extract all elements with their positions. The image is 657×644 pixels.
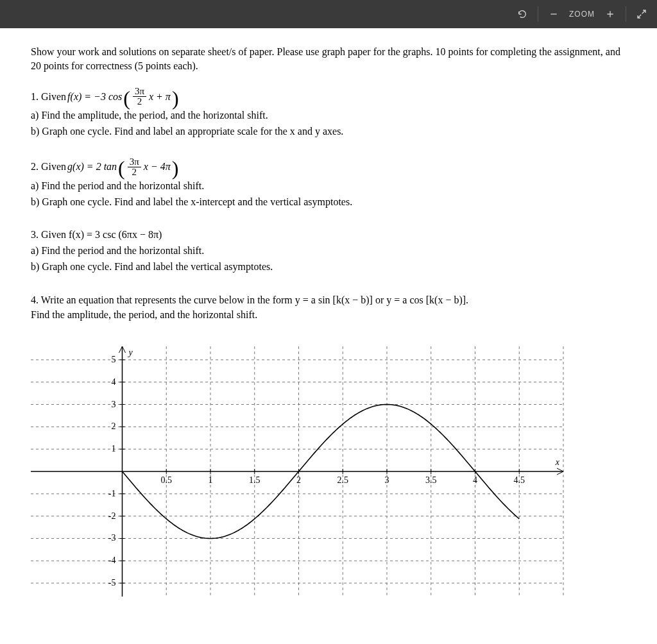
q2-fraction: 3π 2 — [128, 157, 141, 177]
svg-text:-3: -3 — [108, 533, 116, 543]
q1-fraction: 3π 2 — [133, 87, 146, 106]
q3-line: 3. Given f(x) = 3 csc (6πx − 8π) — [31, 227, 626, 242]
q3-part-b: b) Graph one cycle. Find and label the v… — [31, 259, 626, 274]
q1-lead: 1. Given — [31, 89, 66, 104]
q2-tail: x − 4π — [144, 159, 171, 174]
svg-text:4.5: 4.5 — [514, 475, 525, 485]
svg-text:y: y — [128, 348, 133, 357]
zoom-in-button[interactable] — [601, 5, 619, 23]
toolbar-separator — [538, 6, 538, 22]
svg-text:0.5: 0.5 — [161, 475, 173, 485]
svg-text:4: 4 — [473, 475, 477, 485]
question-1: 1. Given f(x) = −3 cos ( 3π 2 x + π ) a)… — [31, 87, 626, 139]
q1-function: f(x) = −3 cos — [67, 89, 122, 104]
viewer-toolbar: ZOOM — [0, 0, 657, 28]
svg-text:-1: -1 — [108, 489, 116, 498]
svg-text:-4: -4 — [108, 555, 116, 565]
assignment-intro: Show your work and solutions on separate… — [31, 45, 626, 72]
zoom-label: ZOOM — [569, 10, 595, 19]
svg-text:2: 2 — [112, 421, 116, 431]
svg-text:2.5: 2.5 — [337, 475, 349, 485]
svg-text:4: 4 — [112, 377, 116, 387]
question-2: 2. Given g(x) = 2 tan ( 3π 2 x − 4π ) a)… — [31, 157, 626, 209]
question-4: 4. Write an equation that represents the… — [31, 292, 626, 322]
rotate-icon[interactable] — [513, 5, 531, 23]
graph-container: -5-4-3-2-1123450.511.522.533.544.5yx — [31, 340, 626, 606]
svg-text:-2: -2 — [108, 511, 116, 521]
svg-text:5: 5 — [112, 355, 116, 364]
svg-text:1: 1 — [112, 444, 116, 453]
q3-part-a: a) Find the period and the horizontal sh… — [31, 243, 626, 258]
sine-curve-graph: -5-4-3-2-1123450.511.522.533.544.5yx — [31, 340, 576, 603]
q1-tail: x + π — [149, 89, 171, 104]
zoom-out-button[interactable] — [545, 5, 563, 23]
q4-line1: 4. Write an equation that represents the… — [31, 292, 626, 307]
toolbar-separator — [626, 6, 626, 22]
svg-text:1: 1 — [209, 475, 213, 485]
svg-text:-5: -5 — [108, 578, 116, 588]
q1-part-b: b) Graph one cycle. Find and label an ap… — [31, 124, 626, 139]
q2-function: g(x) = 2 tan — [67, 159, 117, 174]
svg-text:1.5: 1.5 — [249, 475, 260, 485]
svg-text:3.5: 3.5 — [425, 475, 437, 485]
q2-part-a: a) Find the period and the horizontal sh… — [31, 178, 626, 193]
q2-lead: 2. Given — [31, 159, 66, 174]
svg-text:3: 3 — [385, 475, 389, 485]
document-page: Show your work and solutions on separate… — [0, 28, 657, 631]
q4-line2: Find the amplitude, the period, and the … — [31, 307, 626, 322]
svg-text:x: x — [555, 457, 560, 467]
q2-part-b: b) Graph one cycle. Find and label the x… — [31, 194, 626, 209]
svg-text:2: 2 — [296, 475, 301, 485]
question-3: 3. Given f(x) = 3 csc (6πx − 8π) a) Find… — [31, 227, 626, 275]
q1-part-a: a) Find the amplitude, the period, and t… — [31, 108, 626, 123]
fullscreen-icon[interactable] — [633, 5, 651, 23]
svg-text:3: 3 — [112, 399, 116, 409]
